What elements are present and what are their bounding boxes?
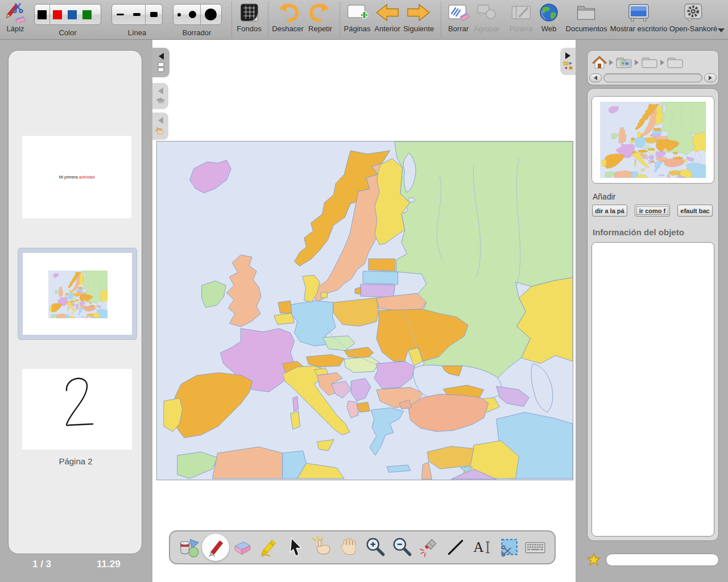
pen-tool-button[interactable] bbox=[202, 534, 229, 560]
breadcrumb-scrollbar bbox=[589, 73, 717, 83]
eraser-tool-button[interactable] bbox=[229, 534, 255, 560]
add-to-page-button[interactable]: dir a la pá bbox=[592, 205, 627, 217]
next-arrow-icon bbox=[406, 0, 431, 25]
undo-button[interactable]: Deshacer bbox=[272, 0, 304, 40]
line-thin-button[interactable] bbox=[117, 14, 124, 15]
click-interact-tool-button[interactable] bbox=[309, 534, 336, 560]
paginas-label: Páginas bbox=[344, 25, 371, 36]
line-medium-button[interactable] bbox=[133, 13, 140, 16]
documentos-label: Documentos bbox=[566, 25, 607, 36]
line-tool-button[interactable] bbox=[442, 534, 469, 560]
clear-page-button[interactable]: Borrar bbox=[447, 0, 470, 40]
scroll-left-button[interactable] bbox=[589, 73, 602, 82]
web-button[interactable]: Web bbox=[539, 0, 559, 40]
library-mini-icon bbox=[563, 61, 573, 70]
app-menu-button[interactable]: Open-Sankoré bbox=[669, 0, 718, 40]
color-swatch-red[interactable] bbox=[53, 10, 62, 19]
handwritten-2-drawing bbox=[22, 369, 132, 450]
web-label: Web bbox=[541, 25, 557, 36]
group-button: Agrupar bbox=[474, 0, 500, 40]
virtual-keyboard-button[interactable] bbox=[522, 534, 548, 560]
redo-button[interactable]: Repetir bbox=[308, 0, 332, 40]
color-swatch-green[interactable] bbox=[82, 10, 92, 19]
interact-panel-tab[interactable] bbox=[152, 113, 168, 140]
stylus-toolbar-button[interactable]: Lápiz bbox=[4, 0, 27, 40]
pizarra-label: Pizarra bbox=[509, 25, 532, 36]
page-thumbnail-3[interactable] bbox=[22, 369, 132, 450]
backgrounds-icon bbox=[239, 0, 259, 25]
pictures-folder-icon[interactable] bbox=[615, 56, 632, 69]
show-desktop-button[interactable]: Mostrar escritorio bbox=[610, 0, 667, 40]
borrar-label: Borrar bbox=[448, 25, 469, 36]
scroll-right-button[interactable] bbox=[704, 73, 717, 82]
next-page-button[interactable]: Siguiente bbox=[403, 0, 434, 40]
line-width-group bbox=[111, 4, 163, 25]
home-icon[interactable] bbox=[592, 56, 607, 69]
library-item-box: Añadir dir a la pá ir como f efault bac … bbox=[587, 88, 719, 541]
top-toolbar: Lápiz Color Línea Borrador Fondos bbox=[0, 0, 728, 40]
set-default-background-button[interactable]: efault bac bbox=[677, 205, 713, 217]
scroll-hand-tool-button[interactable] bbox=[336, 534, 362, 560]
color-swatch-blue[interactable] bbox=[68, 10, 77, 19]
library-sidebar: Añadir dir a la pá ir como f efault bac … bbox=[576, 40, 728, 582]
zoom-out-icon bbox=[391, 537, 413, 558]
scrollbar-track[interactable] bbox=[603, 73, 702, 82]
capture-icon bbox=[498, 537, 520, 558]
collapse-left-icon bbox=[159, 53, 164, 60]
lapiz-label: Lápiz bbox=[6, 25, 24, 36]
clock: 11.29 bbox=[97, 559, 121, 570]
new-page-icon bbox=[346, 0, 369, 25]
collapse-left-icon bbox=[158, 88, 163, 94]
breadcrumb-chevron-icon bbox=[660, 60, 664, 65]
page1-title-text: Mi primera actividad bbox=[59, 175, 95, 179]
previous-arrow-icon bbox=[375, 0, 400, 25]
library-search-input[interactable] bbox=[606, 554, 719, 566]
collapse-page-navigator-tab[interactable] bbox=[152, 48, 169, 77]
europe-map-image[interactable] bbox=[156, 141, 573, 480]
pointing-hand-icon bbox=[155, 126, 166, 135]
add-as-background-button[interactable]: ir como f bbox=[635, 205, 670, 217]
undo-icon bbox=[276, 0, 299, 25]
page-caption: Página 2 bbox=[9, 456, 143, 466]
zoom-in-tool-button[interactable] bbox=[362, 534, 388, 560]
previous-page-button[interactable]: Anterior bbox=[374, 0, 400, 40]
board-icon bbox=[510, 0, 532, 25]
eraser-medium-button[interactable] bbox=[189, 11, 196, 18]
click-hand-icon bbox=[312, 537, 333, 558]
collapse-library-tab[interactable] bbox=[560, 48, 576, 75]
folder-icon[interactable] bbox=[641, 56, 658, 69]
capture-tool-button[interactable] bbox=[496, 534, 522, 560]
object-info-heading: Información del objeto bbox=[593, 227, 684, 237]
zoom-out-tool-button[interactable] bbox=[389, 534, 415, 560]
globe-icon bbox=[539, 0, 559, 25]
eraser-small-button[interactable] bbox=[177, 13, 181, 16]
borrador-label: Borrador bbox=[183, 28, 212, 37]
page-thumbnails-panel: Mi primera actividad bbox=[8, 50, 142, 554]
selected-item-preview[interactable] bbox=[592, 96, 714, 184]
whiteboard-canvas[interactable]: A bbox=[152, 40, 576, 582]
color-swatch-black[interactable] bbox=[38, 10, 47, 19]
teacher-guide-tab[interactable] bbox=[152, 83, 168, 109]
text-tool-button[interactable]: A bbox=[469, 534, 495, 560]
redo-icon bbox=[309, 0, 332, 25]
zoom-in-icon bbox=[365, 537, 386, 558]
chevron-down-icon[interactable] bbox=[718, 28, 725, 32]
graduation-cap-icon bbox=[155, 97, 166, 105]
collapse-left-icon bbox=[158, 117, 163, 124]
documents-button[interactable]: Documentos bbox=[566, 0, 607, 40]
page-thumbnail-1[interactable]: Mi primera actividad bbox=[22, 136, 131, 218]
drawing-palette-button[interactable] bbox=[176, 534, 202, 560]
laser-pointer-tool-button[interactable] bbox=[416, 534, 442, 560]
page-thumbnail-2-selected[interactable] bbox=[18, 248, 137, 340]
selector-tool-button[interactable] bbox=[283, 534, 309, 560]
fondos-label: Fondos bbox=[237, 25, 261, 36]
backgrounds-button[interactable]: Fondos bbox=[237, 0, 261, 40]
folder-icon[interactable] bbox=[667, 56, 684, 69]
siguiente-label: Siguiente bbox=[403, 25, 434, 36]
pages-button[interactable]: Páginas bbox=[344, 0, 371, 40]
highlighter-tool-button[interactable] bbox=[256, 534, 282, 560]
eraser-large-button[interactable] bbox=[205, 9, 217, 20]
line-thick-button[interactable] bbox=[150, 12, 158, 17]
line-icon bbox=[445, 537, 466, 558]
favorites-star-icon[interactable] bbox=[587, 553, 601, 567]
